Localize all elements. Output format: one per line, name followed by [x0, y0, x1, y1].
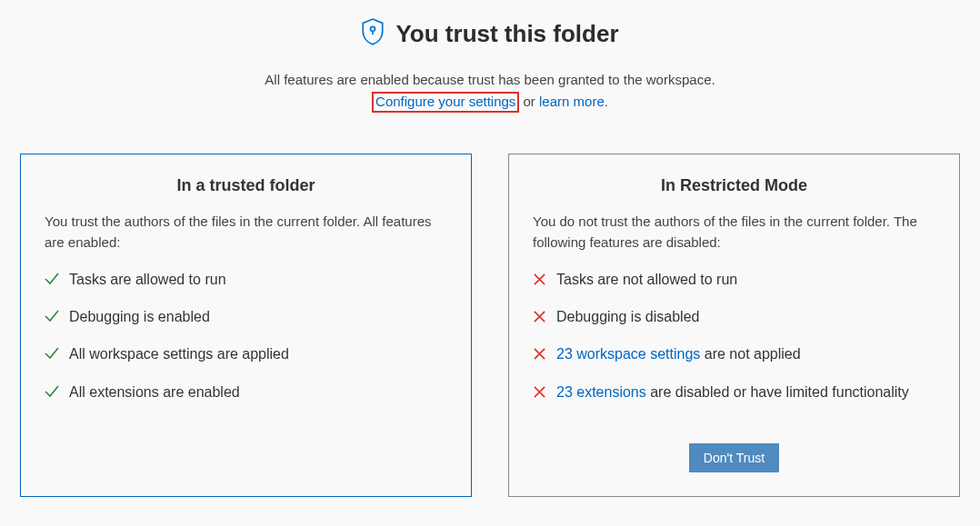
list-item: 23 extensions are disabled or have limit… [533, 382, 935, 404]
check-icon [45, 343, 59, 366]
trusted-card-title: In a trusted folder [45, 176, 447, 195]
check-icon [45, 382, 59, 404]
x-icon [533, 343, 546, 366]
button-row: Don't Trust [533, 418, 935, 472]
x-icon [533, 306, 546, 329]
subtitle-actions: Configure your settings or learn more. [18, 92, 962, 113]
feature-text: 23 workspace settings are not applied [556, 343, 935, 364]
trusted-card: In a trusted folder You trust the author… [20, 154, 472, 497]
list-item: All extensions are enabled [45, 382, 447, 404]
feature-text: Tasks are not allowed to run [556, 269, 935, 290]
check-icon [45, 269, 59, 292]
title-row: You trust this folder [18, 18, 962, 49]
feature-tail: are disabled or have limited functionali… [646, 384, 909, 400]
feature-text: Debugging is disabled [556, 306, 935, 327]
list-item: Tasks are allowed to run [45, 269, 447, 292]
feature-tail: are not applied [700, 346, 800, 362]
x-icon [533, 269, 546, 292]
list-item: All workspace settings are applied [45, 343, 447, 366]
trust-header: You trust this folder All features are e… [18, 18, 962, 113]
or-text: or [519, 94, 539, 109]
cards-row: In a trusted folder You trust the author… [18, 154, 962, 497]
trusted-feature-list: Tasks are allowed to run Debugging is en… [45, 269, 447, 404]
check-icon [45, 306, 59, 329]
feature-text: Tasks are allowed to run [69, 269, 447, 290]
trusted-card-subtitle: You trust the authors of the files in th… [45, 212, 447, 253]
feature-text: 23 extensions are disabled or have limit… [556, 382, 935, 402]
svg-point-0 [371, 26, 375, 31]
feature-text: All extensions are enabled [69, 382, 447, 402]
shield-icon [361, 18, 385, 49]
restricted-card-subtitle: You do not trust the authors of the file… [533, 212, 935, 253]
list-item: Tasks are not allowed to run [533, 269, 935, 292]
list-item: Debugging is enabled [45, 306, 447, 329]
subtitle-text: All features are enabled because trust h… [18, 72, 962, 87]
list-item: 23 workspace settings are not applied [533, 343, 935, 366]
dont-trust-button[interactable]: Don't Trust [689, 443, 779, 472]
period-text: . [605, 94, 608, 109]
page-title: You trust this folder [395, 20, 618, 48]
x-icon [533, 382, 546, 404]
workspace-settings-link[interactable]: 23 workspace settings [556, 346, 700, 362]
extensions-link[interactable]: 23 extensions [556, 384, 646, 400]
learn-more-link[interactable]: learn more [539, 94, 605, 109]
list-item: Debugging is disabled [533, 306, 935, 329]
restricted-card: In Restricted Mode You do not trust the … [508, 154, 960, 497]
highlight-annotation: Configure your settings [372, 92, 519, 113]
feature-text: All workspace settings are applied [69, 343, 447, 364]
feature-text: Debugging is enabled [69, 306, 447, 327]
restricted-feature-list: Tasks are not allowed to run Debugging i… [533, 269, 935, 404]
restricted-card-title: In Restricted Mode [533, 176, 935, 195]
configure-settings-link[interactable]: Configure your settings [375, 94, 515, 109]
